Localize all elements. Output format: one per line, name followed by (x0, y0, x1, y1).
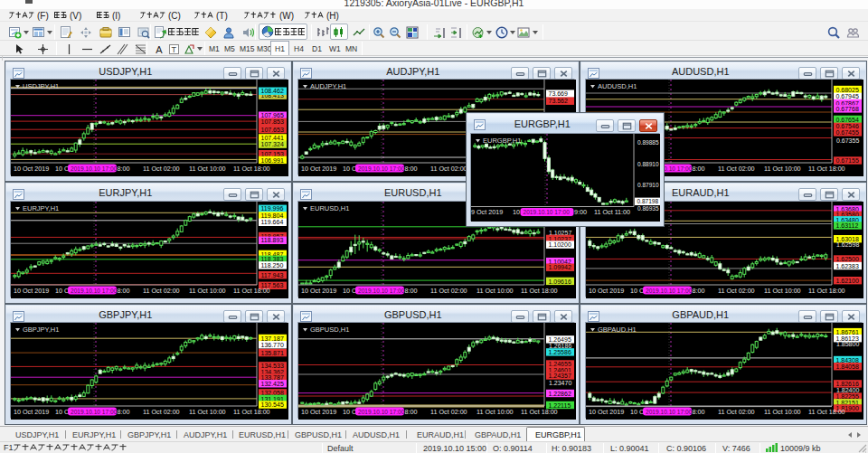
svg-text:EURUSD,H1: EURUSD,H1 (310, 204, 349, 212)
svg-text:11 Oct 10:00: 11 Oct 10:00 (764, 165, 801, 173)
svg-text:10 O: 10 O (55, 286, 70, 294)
svg-text:0.87910: 0.87910 (637, 182, 659, 188)
svg-text:11 Oct 18:00: 11 Oct 18:00 (233, 165, 270, 173)
svg-text:136.770: 136.770 (260, 342, 283, 348)
svg-text:107.324: 107.324 (260, 141, 283, 147)
svg-text:AUDUSD,H1: AUDUSD,H1 (598, 82, 637, 90)
svg-text:119.664: 119.664 (260, 219, 283, 225)
svg-text:11 Oct 02:00: 11 Oct 02:00 (718, 286, 755, 294)
svg-text:137.187: 137.187 (260, 335, 283, 342)
svg-text:AUDJPY,H1: AUDJPY,H1 (310, 82, 346, 90)
svg-text:GBPUSD,H1: GBPUSD,H1 (310, 326, 349, 334)
svg-text:2019.10.10 17:00: 2019.10.10 17:00 (646, 409, 693, 415)
svg-text:10 Oct 2019: 10 Oct 2019 (14, 165, 49, 173)
svg-text:2019.10.10 17:00: 2019.10.10 17:00 (646, 287, 693, 293)
svg-text:10 O: 10 O (55, 165, 70, 173)
svg-text:0.86935: 0.86935 (637, 205, 659, 212)
svg-text:8:00: 8:00 (692, 165, 704, 173)
svg-text:135.871: 135.871 (260, 350, 283, 356)
svg-text:1.84308: 1.84308 (835, 357, 858, 363)
svg-text:11 Oct 02:00: 11 Oct 02:00 (430, 165, 467, 173)
svg-text:1.09616: 1.09616 (548, 278, 571, 284)
svg-text:11 Oct 10:00: 11 Oct 10:00 (476, 408, 514, 416)
svg-text:10: 10 (513, 208, 520, 216)
svg-text:10 Oct 2019: 10 Oct 2019 (14, 408, 49, 416)
svg-text:119.804: 119.804 (260, 212, 283, 219)
svg-text:GBPJPY,H1: GBPJPY,H1 (23, 326, 59, 334)
svg-text:11 Oct 18:00: 11 Oct 18:00 (521, 408, 558, 416)
svg-text:10 Oct 2019: 10 Oct 2019 (301, 286, 336, 294)
svg-text:107.965: 107.965 (260, 112, 283, 118)
svg-text:11 Oct 18:00: 11 Oct 18:00 (808, 286, 845, 294)
svg-text:118.250: 118.250 (260, 262, 283, 269)
svg-text:8:00: 8:00 (117, 408, 129, 416)
svg-text:0.68025: 0.68025 (835, 87, 858, 93)
svg-text:11 Oct 18:00: 11 Oct 18:00 (808, 408, 845, 416)
svg-text:0.67455: 0.67455 (835, 129, 858, 136)
svg-text:USDJPY,H1: USDJPY,H1 (23, 82, 59, 90)
svg-text:2019.10.10 17:00: 2019.10.10 17:00 (71, 409, 118, 415)
svg-text:1.82616: 1.82616 (835, 381, 858, 387)
svg-text:1.62100: 1.62100 (835, 277, 858, 283)
svg-text:1.62383: 1.62383 (835, 262, 858, 269)
svg-text:11 Oct 02:00: 11 Oct 02:00 (718, 165, 755, 173)
svg-text:1.23470: 1.23470 (549, 380, 571, 386)
svg-text:1.25586: 1.25586 (548, 349, 571, 355)
svg-text:8:00: 8:00 (404, 408, 417, 416)
svg-text:0.89885: 0.89885 (637, 139, 659, 146)
svg-text:2019.10.10 17:00: 2019.10.10 17:00 (71, 165, 118, 172)
svg-text:0.67945: 0.67945 (835, 93, 858, 99)
svg-text:1.63112: 1.63112 (835, 222, 858, 229)
svg-text:2019.10.10 17:00: 2019.10.10 17:00 (358, 409, 405, 415)
svg-text:11 Oct 10:00: 11 Oct 10:00 (476, 286, 514, 294)
svg-text:EURGBP,H1: EURGBP,H1 (483, 137, 521, 145)
svg-text:11 Oct 02:00: 11 Oct 02:00 (143, 286, 180, 294)
svg-text:1.84058: 1.84058 (835, 363, 858, 370)
svg-text:11 Oct 18:00: 11 Oct 18:00 (233, 408, 270, 416)
svg-text:11 Oct 10:00: 11 Oct 10:00 (189, 408, 226, 416)
svg-text:11 Oct 02:00: 11 Oct 02:00 (430, 408, 467, 416)
svg-text:11 Oct 18:00: 11 Oct 18:00 (233, 286, 270, 294)
svg-text:T: T (172, 45, 177, 54)
svg-text:8:00: 8:00 (404, 286, 417, 294)
svg-text:11 Oct 10:00: 11 Oct 10:00 (189, 286, 226, 294)
svg-text:73.669: 73.669 (548, 90, 568, 97)
svg-text:11 Oct 11:00: 11 Oct 11:00 (594, 208, 630, 216)
svg-text:107.441: 107.441 (260, 135, 283, 141)
svg-text:11 Oct 02:00: 11 Oct 02:00 (143, 408, 180, 416)
svg-text:GBPAUD,H1: GBPAUD,H1 (598, 326, 637, 334)
svg-text:0.67355: 0.67355 (836, 137, 859, 144)
svg-text:1.85800: 1.85800 (836, 341, 859, 347)
svg-text:2019.10.10 17:00: 2019.10.10 17:00 (358, 165, 405, 172)
svg-text:2019.10.10 17:00: 2019.10.10 17:00 (524, 209, 571, 215)
svg-text:10 Oct 2019: 10 Oct 2019 (589, 286, 624, 294)
svg-text:11 Oct 10:00: 11 Oct 10:00 (764, 286, 801, 294)
svg-text:106.991: 106.991 (260, 157, 283, 164)
svg-text:9 Oct 2019: 9 Oct 2019 (471, 208, 503, 216)
svg-text:8:00: 8:00 (117, 286, 129, 294)
svg-text:2019.10.10 17:00: 2019.10.10 17:00 (71, 287, 118, 293)
svg-text:8:00: 8:00 (117, 165, 129, 173)
svg-text:119.996: 119.996 (260, 205, 283, 212)
svg-text:10 O: 10 O (343, 286, 357, 294)
svg-text:1.22862: 1.22862 (548, 391, 571, 397)
svg-text:0.67155: 0.67155 (835, 157, 858, 164)
svg-text:1.82400: 1.82400 (836, 387, 859, 393)
svg-text:11 Oct 18:00: 11 Oct 18:00 (521, 286, 558, 294)
svg-text:8:00: 8:00 (692, 408, 704, 416)
svg-text:10 O: 10 O (630, 408, 645, 416)
svg-text:10 Oct 2019: 10 Oct 2019 (301, 408, 336, 416)
svg-text:107.653: 107.653 (260, 127, 283, 133)
svg-text:11 Oct 10:00: 11 Oct 10:00 (189, 165, 226, 173)
svg-text:11 Oct 18:00: 11 Oct 18:00 (808, 165, 845, 173)
svg-text:10 O: 10 O (630, 286, 645, 294)
svg-text:1.26186: 1.26186 (549, 343, 571, 349)
svg-text:0.88910: 0.88910 (637, 161, 659, 167)
svg-text:132.425: 132.425 (260, 381, 283, 387)
svg-text:73.562: 73.562 (548, 98, 568, 104)
svg-text:1.62598: 1.62598 (836, 241, 859, 248)
svg-text:10 Oct 2019: 10 Oct 2019 (589, 408, 624, 416)
svg-text:108.462: 108.462 (260, 88, 283, 94)
svg-text:9:00: 9:00 (574, 208, 587, 216)
svg-text:2019.10.10 17:00: 2019.10.10 17:00 (358, 287, 405, 293)
